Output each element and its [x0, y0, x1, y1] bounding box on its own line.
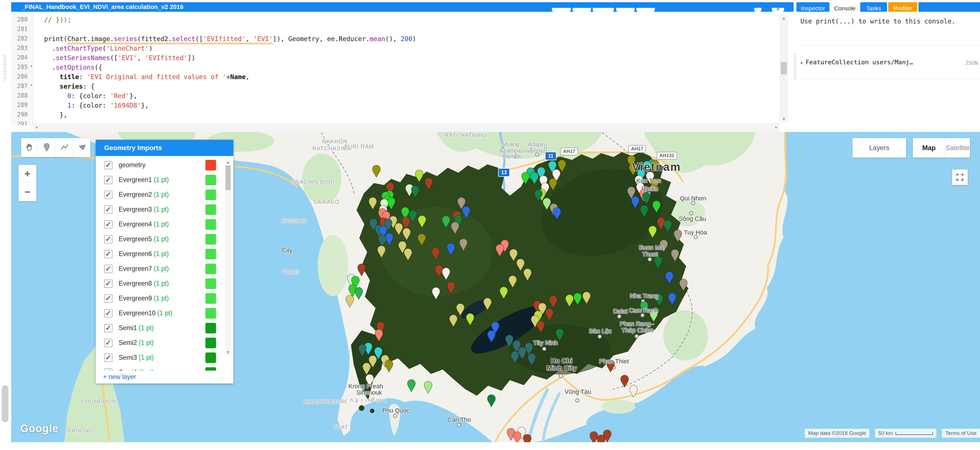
map-marker[interactable]: [487, 330, 496, 343]
map-marker[interactable]: [459, 238, 468, 251]
map-marker[interactable]: [495, 244, 504, 257]
tab-profiler[interactable]: Profiler: [888, 2, 917, 12]
layer-checkbox[interactable]: ✓: [104, 235, 113, 244]
map-marker[interactable]: [362, 363, 371, 376]
map-marker[interactable]: [640, 205, 649, 218]
code-line[interactable]: title: 'EVI Original and fitted values o…: [37, 73, 780, 83]
code-line[interactable]: print(Chart.image.series(fitted2.select(…: [37, 35, 780, 45]
map-marker[interactable]: [549, 178, 557, 191]
imports-scroll-thumb[interactable]: [226, 165, 231, 190]
pan-hand-button[interactable]: [21, 138, 38, 157]
layer-color-swatch[interactable]: [205, 234, 216, 244]
layer-checkbox[interactable]: ✓: [104, 309, 113, 317]
json-link[interactable]: JSON: [965, 60, 978, 66]
map-marker[interactable]: [629, 385, 638, 398]
toolbar-button-stub[interactable]: [636, 8, 655, 12]
code-line[interactable]: [37, 26, 780, 35]
map-marker[interactable]: [679, 279, 688, 292]
map-marker[interactable]: [620, 375, 629, 388]
layer-color-swatch[interactable]: [205, 175, 216, 185]
map-marker[interactable]: [508, 275, 517, 288]
map-marker[interactable]: [372, 165, 381, 178]
map-marker[interactable]: [536, 321, 545, 333]
map-marker[interactable]: [549, 295, 558, 308]
map-marker[interactable]: [573, 293, 582, 306]
code-line[interactable]: },: [37, 111, 780, 121]
map-marker[interactable]: [654, 256, 663, 269]
layer-color-swatch[interactable]: [205, 249, 216, 259]
layer-checkbox[interactable]: ✓: [104, 294, 113, 303]
terms-of-use-link[interactable]: Terms of Use: [942, 429, 980, 438]
fold-arrow-icon[interactable]: ▾: [30, 83, 32, 87]
map-type-satellite-button[interactable]: Satellite: [945, 138, 970, 158]
scroll-down-icon[interactable]: ▼: [225, 350, 231, 354]
settings-gear-icon[interactable]: ⚙: [772, 8, 784, 12]
map-marker[interactable]: [511, 351, 519, 364]
scroll-up-icon[interactable]: ▲: [780, 16, 788, 21]
layer-checkbox[interactable]: ✓: [104, 265, 113, 273]
map-marker[interactable]: [442, 215, 450, 228]
expand-arrow-icon[interactable]: ▸: [800, 60, 803, 65]
map-marker[interactable]: [663, 220, 672, 233]
left-drag-handle[interactable]: [3, 55, 6, 81]
map-marker[interactable]: [565, 294, 574, 307]
tab-tasks[interactable]: Tasks: [860, 2, 887, 12]
toolbar-button-stub[interactable]: [552, 8, 571, 12]
map-marker[interactable]: [424, 177, 433, 190]
code-line[interactable]: 0: {color: 'Red'},: [37, 92, 780, 102]
fullscreen-button[interactable]: [952, 170, 968, 185]
map-marker[interactable]: [377, 246, 386, 258]
layer-checkbox[interactable]: ✓: [104, 161, 113, 170]
map-marker[interactable]: [466, 313, 475, 326]
layer-checkbox[interactable]: ✓: [104, 250, 113, 258]
map-marker[interactable]: [431, 287, 441, 300]
layer-checkbox[interactable]: ✓: [104, 220, 113, 229]
layer-checkbox[interactable]: ✓: [104, 324, 113, 332]
map-marker[interactable]: [648, 225, 657, 238]
map-marker[interactable]: [670, 249, 679, 262]
map-marker[interactable]: [631, 196, 640, 209]
map-marker[interactable]: [521, 172, 530, 185]
map-marker[interactable]: [462, 206, 471, 219]
console-output-row[interactable]: ▸FeatureCollection users/Manj… JSON: [800, 59, 974, 70]
map-marker[interactable]: [582, 292, 591, 304]
scroll-up-icon[interactable]: ▲: [225, 160, 231, 164]
code-line[interactable]: .setSeriesNames(['EVI', 'EVIfitted']): [37, 54, 780, 64]
map-marker[interactable]: [417, 233, 426, 246]
draw-polygon-button[interactable]: [74, 138, 91, 157]
code-line[interactable]: .setChartType('LineChart'): [37, 45, 780, 54]
code-line[interactable]: series: {: [37, 83, 780, 92]
map-marker[interactable]: [407, 379, 416, 392]
scroll-left-icon[interactable]: ◂: [35, 125, 38, 130]
layers-button[interactable]: Layers: [853, 138, 906, 158]
layer-color-swatch[interactable]: [205, 308, 216, 318]
map-marker[interactable]: [358, 344, 367, 357]
toolbar-button-stub[interactable]: [573, 8, 591, 12]
layer-color-swatch[interactable]: [205, 338, 216, 348]
map-marker[interactable]: [374, 329, 383, 342]
map-marker[interactable]: [499, 287, 508, 299]
map-marker[interactable]: [450, 222, 460, 235]
map-marker[interactable]: [447, 282, 456, 294]
layer-color-swatch[interactable]: [205, 204, 216, 215]
layer-color-swatch[interactable]: [205, 263, 216, 274]
more-options-icon[interactable]: ⋯: [754, 8, 762, 12]
layer-color-swatch[interactable]: [205, 190, 216, 200]
panel-drag-handle[interactable]: [794, 53, 796, 80]
map-marker[interactable]: [402, 228, 411, 241]
map-marker[interactable]: [449, 314, 458, 327]
map-marker[interactable]: [417, 215, 426, 228]
map-marker[interactable]: [534, 189, 543, 202]
map-marker[interactable]: [357, 263, 366, 276]
map-marker[interactable]: [523, 268, 532, 281]
layer-checkbox[interactable]: ✓: [104, 339, 113, 347]
layer-checkbox[interactable]: ✓: [104, 279, 113, 288]
code-lines[interactable]: // })); print(Chart.image.series(fitted2…: [37, 12, 780, 125]
layer-color-swatch[interactable]: [205, 367, 216, 371]
geometry-imports-header[interactable]: Geometry Imports: [96, 140, 233, 156]
map-marker[interactable]: [368, 197, 377, 210]
editor-scroll-thumb[interactable]: [781, 62, 787, 74]
map-marker[interactable]: [411, 185, 420, 198]
layer-color-swatch[interactable]: [205, 278, 216, 289]
map-marker[interactable]: [354, 287, 363, 300]
